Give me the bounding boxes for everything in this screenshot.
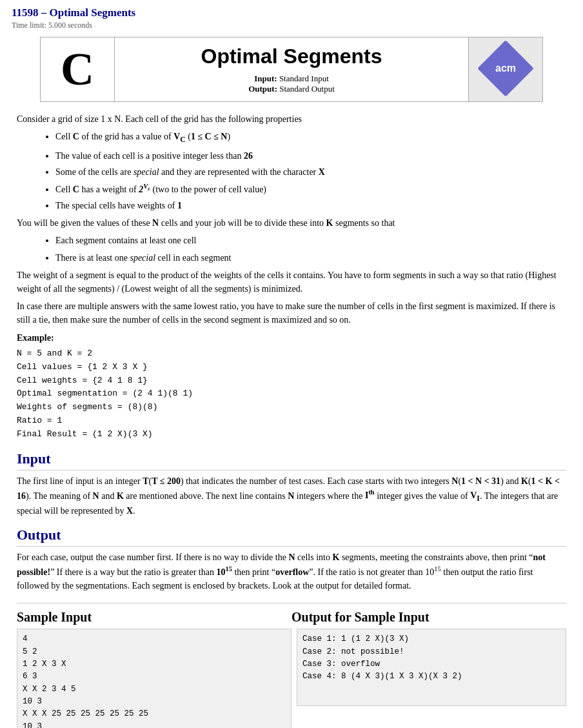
bullet-1-1: Cell C of the grid has a value of VC (1 … <box>55 130 566 145</box>
bullet-2-1: The value of each cell is a positive int… <box>55 149 566 163</box>
example-section: Example: N = 5 and K = 2 Cell values = {… <box>17 333 566 441</box>
problem-letter: C <box>41 37 115 102</box>
output-section-title: Output <box>17 527 566 547</box>
input-text: The first line of input is an integer T(… <box>17 474 566 518</box>
bullet-list-2: The value of each cell is a positive int… <box>55 149 566 212</box>
header-right: acm <box>469 37 543 102</box>
bullet-list-1: Cell C of the grid has a value of VC (1 … <box>55 130 566 145</box>
bullet-list-3: Each segment contains at least one cell … <box>55 234 566 265</box>
paragraph-2: You will be given the values of these N … <box>17 216 566 230</box>
output-label: Output: <box>248 84 277 94</box>
bullet-2-2: Some of the cells are special and they a… <box>55 165 566 179</box>
header-center: Optimal Segments Input: Standard Input O… <box>115 37 469 102</box>
sample-input-col: Sample Input 4 5 2 1 2 X 3 X 6 3 X X 2 3… <box>17 610 292 728</box>
bullet-3-2: There is at least one special cell in ea… <box>55 251 566 265</box>
output-value: Standard Output <box>279 84 335 94</box>
example-code: N = 5 and K = 2 Cell values = {1 2 X 3 X… <box>17 347 566 441</box>
input-section-title: Input <box>17 450 566 470</box>
sample-output-col: Output for Sample Input Case 1: 1 (1 2 X… <box>292 610 566 706</box>
intro-paragraph: Consider a grid of size 1 x N. Each cell… <box>17 112 566 126</box>
header-table: C Optimal Segments Input: Standard Input… <box>40 37 543 102</box>
samples-grid: Sample Input 4 5 2 1 2 X 3 X 6 3 X X 2 3… <box>17 610 566 728</box>
output-text: For each case, output the case number fi… <box>17 551 566 592</box>
sample-output-title: Output for Sample Input <box>292 610 566 625</box>
sample-input-box: 4 5 2 1 2 X 3 X 6 3 X X 2 3 4 5 10 3 X X… <box>17 629 292 728</box>
sample-output-box: Case 1: 1 (1 2 X)(3 X) Case 2: not possi… <box>297 629 566 706</box>
page-title: 11598 – Optimal Segments <box>12 6 571 19</box>
problem-title: Optimal Segments <box>128 45 455 68</box>
content: Consider a grid of size 1 x N. Each cell… <box>17 112 566 728</box>
input-value: Standard Input <box>279 74 329 83</box>
bullet-3-1: Each segment contains at least one cell <box>55 234 566 247</box>
samples-section: Sample Input 4 5 2 1 2 X 3 X 6 3 X X 2 3… <box>17 603 566 728</box>
example-label: Example: <box>17 333 566 343</box>
bullet-2-3: Cell C has a weight of 2Vc (two to the p… <box>55 181 566 196</box>
input-label: Input: <box>254 74 277 83</box>
paragraph-4: In case there are multiple answers with … <box>17 299 566 327</box>
time-limit: Time limit: 5.000 seconds <box>12 21 571 30</box>
acm-text: acm <box>495 63 516 74</box>
paragraph-3: The weight of a segment is equal to the … <box>17 268 566 296</box>
sample-input-title: Sample Input <box>17 610 292 625</box>
io-info: Input: Standard Input Output: Standard O… <box>128 74 455 94</box>
bullet-2-4: The special cells have weights of 1 <box>55 199 566 212</box>
